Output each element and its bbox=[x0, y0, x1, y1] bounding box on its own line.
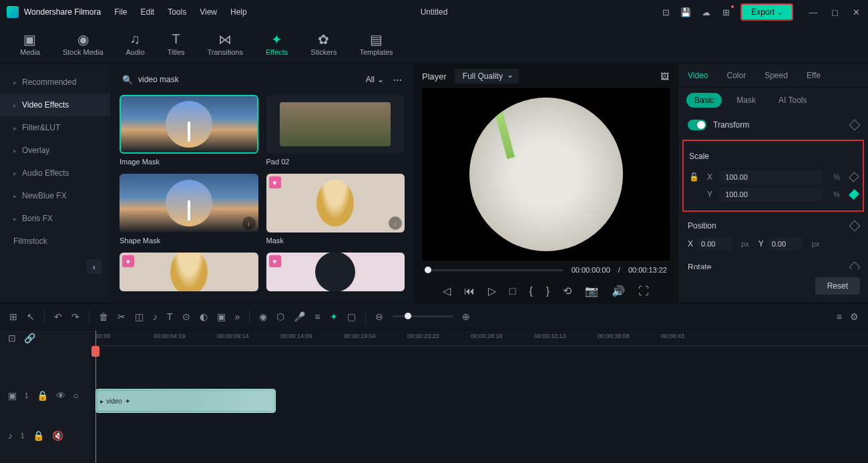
track-mute-icon[interactable]: ○ bbox=[73, 390, 79, 401]
tool-stickers[interactable]: ✿Stickers bbox=[310, 32, 337, 56]
sidebar-item-overlay[interactable]: ▸Overlay bbox=[0, 139, 110, 162]
audio-mix-icon[interactable]: ≡ bbox=[314, 311, 320, 322]
tool-templates[interactable]: ▤Templates bbox=[359, 32, 393, 56]
tab-effects[interactable]: Effe bbox=[797, 64, 830, 87]
play-button[interactable]: ▷ bbox=[488, 285, 496, 297]
scale-x-input[interactable] bbox=[720, 170, 823, 184]
tool-stock-media[interactable]: ◉Stock Media bbox=[63, 32, 103, 56]
timeline-tracks[interactable]: 00:00 00:00:04:19 00:00:09:14 00:00:14:0… bbox=[90, 330, 868, 463]
chain-icon[interactable]: 🔗 bbox=[24, 333, 35, 343]
sidebar-item-newblue[interactable]: ▸NewBlue FX bbox=[0, 184, 110, 207]
tool-transitions[interactable]: ⋈Transitions bbox=[208, 32, 243, 56]
tab-color[interactable]: Color bbox=[717, 64, 755, 87]
frame-icon[interactable]: ▢ bbox=[347, 311, 356, 322]
list-view-icon[interactable]: ≡ bbox=[837, 311, 842, 322]
subtab-mask[interactable]: Mask bbox=[728, 93, 764, 108]
effect-image-mask[interactable]: Image Mask bbox=[120, 95, 258, 166]
quality-dropdown[interactable]: Full Quality bbox=[455, 69, 519, 84]
cut-icon[interactable]: ✂ bbox=[118, 311, 126, 322]
position-y-input[interactable] bbox=[768, 237, 803, 251]
delete-icon[interactable]: 🗑 bbox=[99, 311, 108, 322]
scale-x-keyframe[interactable] bbox=[849, 172, 859, 182]
menu-help[interactable]: Help bbox=[230, 7, 247, 17]
tool-effects[interactable]: ✦Effects bbox=[266, 32, 288, 56]
save-icon[interactable]: 💾 bbox=[680, 7, 691, 17]
menu-tools[interactable]: Tools bbox=[168, 7, 186, 17]
menu-view[interactable]: View bbox=[200, 7, 217, 17]
playback-scrubber[interactable] bbox=[425, 269, 564, 271]
track-lock-icon[interactable]: 🔒 bbox=[33, 430, 44, 441]
link-icon[interactable]: ⊡ bbox=[8, 333, 16, 343]
tool-titles[interactable]: TTitles bbox=[168, 32, 185, 56]
color-icon[interactable]: ◐ bbox=[200, 311, 208, 322]
track-lock-icon[interactable]: 🔒 bbox=[37, 390, 48, 401]
tab-video[interactable]: Video bbox=[678, 64, 717, 87]
tool-grid-icon[interactable]: ⊞ bbox=[9, 311, 17, 322]
speed-icon[interactable]: ⊙ bbox=[182, 311, 190, 322]
more-icon[interactable]: ⋯ bbox=[393, 75, 402, 85]
zoom-slider[interactable] bbox=[393, 315, 453, 317]
settings-icon[interactable]: ⚙ bbox=[850, 311, 859, 322]
subtab-ai-tools[interactable]: AI Tools bbox=[771, 93, 815, 108]
sidebar-item-audio-effects[interactable]: ▸Audio Effects bbox=[0, 162, 110, 184]
redo-icon[interactable]: ↷ bbox=[71, 311, 79, 322]
crop-icon[interactable]: ◫ bbox=[135, 311, 144, 322]
effect-pad-02[interactable]: Pad 02 bbox=[266, 95, 405, 166]
split-icon[interactable]: ✦ bbox=[330, 311, 338, 322]
menu-edit[interactable]: Edit bbox=[141, 7, 155, 17]
effect-mask[interactable]: ♥↓ Mask bbox=[266, 174, 405, 245]
rotate-keyframe[interactable] bbox=[849, 262, 861, 269]
apps-icon[interactable]: ⊞ bbox=[720, 7, 731, 17]
snapshot-icon[interactable]: 🖼 bbox=[659, 71, 670, 82]
music-icon[interactable]: ♪ bbox=[153, 311, 158, 322]
sidebar-item-filmstock[interactable]: Filmstock bbox=[0, 230, 110, 253]
volume-icon[interactable]: 🔊 bbox=[612, 285, 625, 297]
camera-icon[interactable]: 📷 bbox=[585, 285, 598, 297]
tool-cursor-icon[interactable]: ↖ bbox=[27, 311, 35, 322]
scale-y-input[interactable] bbox=[720, 188, 823, 201]
shield-icon[interactable]: ⬡ bbox=[276, 311, 284, 322]
prev-clip-button[interactable]: ◁ bbox=[443, 285, 451, 297]
subtab-basic[interactable]: Basic bbox=[686, 93, 722, 108]
scale-y-keyframe[interactable] bbox=[849, 189, 859, 200]
sidebar-item-video-effects[interactable]: ▸Video Effects bbox=[0, 94, 110, 116]
effect-partial-1[interactable]: ♥ bbox=[120, 253, 258, 291]
reset-button[interactable]: Reset bbox=[815, 277, 860, 295]
minimize-icon[interactable]: — bbox=[808, 7, 819, 17]
tool-audio[interactable]: ♫Audio bbox=[126, 32, 145, 56]
tool-media[interactable]: ▣Media bbox=[20, 32, 40, 56]
effect-shape-mask[interactable]: ↓ Shape Mask bbox=[120, 174, 258, 245]
close-icon[interactable]: ✕ bbox=[851, 7, 861, 17]
search-input[interactable] bbox=[138, 75, 357, 84]
mark-out-button[interactable]: } bbox=[546, 285, 550, 297]
video-preview[interactable] bbox=[422, 88, 670, 261]
tab-speed[interactable]: Speed bbox=[755, 64, 797, 87]
zoom-out-icon[interactable]: ⊖ bbox=[375, 311, 383, 322]
mark-in-button[interactable]: { bbox=[529, 285, 532, 297]
timeline-clip[interactable]: ▸ video ✦ bbox=[95, 389, 276, 413]
position-x-input[interactable] bbox=[697, 237, 732, 251]
track-mute-icon[interactable]: 🔇 bbox=[52, 430, 63, 441]
stop-button[interactable]: □ bbox=[509, 285, 516, 297]
layout-icon[interactable]: ⊡ bbox=[660, 7, 671, 17]
timeline-ruler[interactable]: 00:00 00:00:04:19 00:00:09:14 00:00:14:0… bbox=[90, 330, 868, 346]
sidebar-item-boris[interactable]: ▸Boris FX bbox=[0, 207, 110, 230]
lock-icon[interactable]: 🔓 bbox=[689, 172, 699, 182]
effect-partial-2[interactable]: ♥ bbox=[266, 253, 405, 291]
undo-icon[interactable]: ↶ bbox=[54, 311, 62, 322]
position-keyframe[interactable] bbox=[849, 220, 861, 232]
collapse-sidebar-button[interactable]: ‹ bbox=[87, 259, 101, 274]
sidebar-item-recommended[interactable]: ▸Recommended bbox=[0, 71, 110, 94]
filter-all-dropdown[interactable]: All ⌄ bbox=[362, 73, 388, 86]
step-back-button[interactable]: ⏮ bbox=[464, 285, 475, 297]
sidebar-item-filter-lut[interactable]: ▸Filter&LUT bbox=[0, 116, 110, 139]
menu-file[interactable]: File bbox=[114, 7, 127, 17]
fullscreen-icon[interactable]: ⛶ bbox=[638, 285, 649, 297]
track-visibility-icon[interactable]: 👁 bbox=[56, 390, 65, 401]
maximize-icon[interactable]: ◻ bbox=[829, 7, 840, 17]
mic-icon[interactable]: 🎤 bbox=[294, 311, 305, 322]
zoom-in-icon[interactable]: ⊕ bbox=[462, 311, 470, 322]
export-button[interactable]: Export⌄ bbox=[740, 3, 793, 21]
more-tools-icon[interactable]: » bbox=[235, 311, 240, 322]
transform-toggle[interactable] bbox=[688, 120, 706, 130]
